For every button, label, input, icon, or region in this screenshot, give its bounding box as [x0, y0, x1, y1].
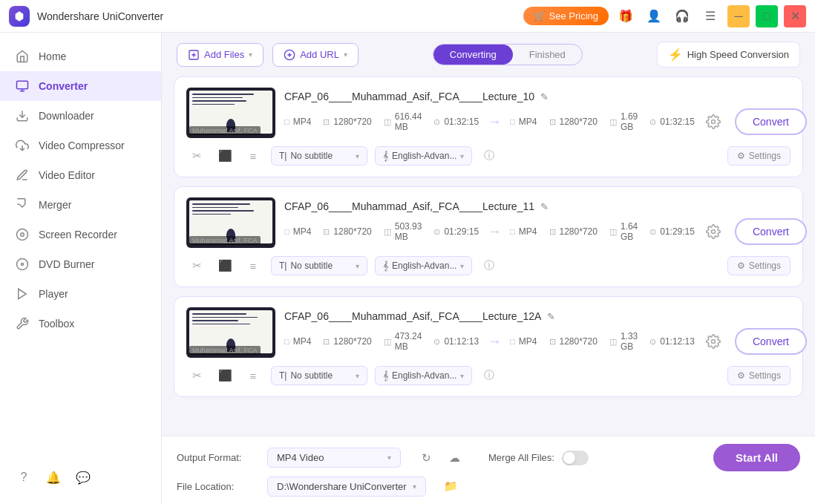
cut-icon-2[interactable]: ✂	[186, 255, 207, 276]
cart-icon: 🛒	[534, 10, 546, 22]
titlebar: Wondershare UniConverter 🛒 See Pricing 🎁…	[0, 0, 815, 33]
edit-name-icon-1[interactable]: ✎	[540, 91, 549, 102]
file-name-3: CFAP_06____Muhammad_Asif,_FCA____Lecture…	[284, 310, 807, 322]
src-meta-2: □MP4 ⊡1280*720 ◫503.93 MB ⊙01:29:15	[284, 221, 479, 242]
cut-icon-1[interactable]: ✂	[186, 145, 207, 166]
help-icon[interactable]: ?	[15, 468, 33, 486]
arrow-1: →	[479, 114, 510, 130]
svg-rect-0	[17, 81, 28, 89]
sidebar-item-toolbox[interactable]: Toolbox	[0, 309, 161, 338]
thumbnail-label-1: Muhammad Asif, FCA	[189, 126, 261, 135]
cut-icon-3[interactable]: ✂	[186, 365, 207, 386]
convert-button-3[interactable]: Convert	[735, 328, 807, 355]
convert-button-2[interactable]: Convert	[735, 218, 807, 245]
sidebar-item-converter[interactable]: Converter	[0, 71, 161, 101]
add-url-button[interactable]: Add URL ▾	[272, 43, 359, 67]
effects-icon-3[interactable]: ≡	[243, 365, 264, 386]
sidebar-item-downloader[interactable]: Downloader	[0, 101, 161, 131]
sidebar-item-dvd-burner[interactable]: DVD Burner	[0, 249, 161, 279]
audio-value-3: English-Advan...	[392, 370, 456, 381]
crop-icon-2[interactable]: ⬛	[215, 255, 235, 276]
add-files-chevron: ▾	[249, 50, 252, 59]
audio-dropdown-2[interactable]: 𝄞 English-Advan... ▾	[375, 256, 472, 275]
see-pricing-label: See Pricing	[549, 10, 598, 22]
close-button[interactable]: ✕	[784, 5, 806, 27]
format-settings-icon-2[interactable]	[701, 219, 726, 244]
maximize-button[interactable]: □	[756, 5, 778, 27]
sidebar-item-video-editor[interactable]: Video Editor	[0, 160, 161, 190]
refresh-icon[interactable]: ↻	[416, 448, 436, 468]
see-pricing-button[interactable]: 🛒 See Pricing	[523, 7, 609, 25]
audio-dropdown-3[interactable]: 𝄞 English-Advan... ▾	[375, 366, 472, 385]
sidebar-label-video-editor: Video Editor	[39, 169, 95, 181]
titlebar-right: 🛒 See Pricing 🎁 👤 🎧 ☰ ─ □ ✕	[523, 5, 806, 27]
sidebar-item-video-compressor[interactable]: Video Compressor	[0, 131, 161, 160]
dest-meta-1: □MP4 ⊡1280*720 ◫1.69 GB ⊙01:32:15	[510, 111, 695, 132]
format-settings-icon-1[interactable]	[701, 109, 726, 134]
output-format-select[interactable]: MP4 Video ▾	[267, 448, 401, 468]
sidebar-item-screen-recorder[interactable]: Screen Recorder	[0, 220, 161, 249]
audio-icon: 𝄞	[383, 151, 388, 161]
start-all-button[interactable]: Start All	[713, 444, 800, 471]
toolbox-icon	[15, 316, 30, 331]
downloader-icon	[15, 108, 30, 123]
settings-button-1[interactable]: ⚙ Settings	[727, 146, 791, 166]
menu-icon[interactable]: ☰	[699, 5, 721, 27]
tab-finished[interactable]: Finished	[513, 45, 582, 65]
thumbnail-label-3: Muhammad Asif, FCA	[189, 346, 261, 355]
notification-icon[interactable]: 🔔	[45, 468, 62, 486]
high-speed-button[interactable]: ⚡ High Speed Conversion	[657, 42, 800, 68]
dest-resolution-3: ⊡1280*720	[549, 336, 598, 347]
file-thumbnail-1: Muhammad Asif, FCA	[186, 88, 275, 138]
file-location-select[interactable]: D:\Wondershare UniConverter ▾	[267, 477, 426, 497]
info-icon-2[interactable]: ⓘ	[479, 256, 499, 275]
feedback-icon[interactable]: 💬	[74, 468, 92, 486]
merge-all-toggle[interactable]	[562, 451, 589, 465]
minimize-button[interactable]: ─	[727, 5, 750, 27]
sidebar-item-home[interactable]: Home	[0, 42, 161, 71]
audio-dropdown-1[interactable]: 𝄞 English-Advan... ▾	[375, 146, 472, 166]
open-folder-icon[interactable]: 📁	[441, 476, 462, 497]
subtitle-dropdown-1[interactable]: T| No subtitle ▾	[271, 146, 367, 166]
edit-name-icon-2[interactable]: ✎	[540, 201, 549, 212]
sidebar-item-merger[interactable]: Merger	[0, 190, 161, 220]
file-location-chevron: ▾	[413, 482, 416, 491]
editor-icon	[15, 168, 30, 183]
subtitle-dropdown-2[interactable]: T| No subtitle ▾	[271, 256, 367, 275]
dest-format-3: □MP4	[510, 336, 537, 347]
tab-converting[interactable]: Converting	[433, 45, 513, 65]
file-card-3-header: Muhammad Asif, FCA CFAP_06____Muhammad_A…	[186, 307, 791, 358]
info-icon-1[interactable]: ⓘ	[479, 146, 499, 166]
effects-icon-2[interactable]: ≡	[243, 255, 264, 276]
svg-marker-12	[19, 289, 27, 299]
output-format-label: Output Format:	[177, 452, 258, 463]
effects-icon-1[interactable]: ≡	[243, 145, 264, 166]
subtitle-chevron-2: ▾	[356, 262, 359, 270]
arrow-3: →	[479, 334, 510, 350]
crop-icon-3[interactable]: ⬛	[215, 365, 235, 386]
sidebar-item-player[interactable]: Player	[0, 279, 161, 309]
bottom-icons: ↻ ☁	[416, 448, 465, 468]
cloud-icon[interactable]: ☁	[444, 448, 465, 468]
subtitle-value-1: No subtitle	[290, 151, 333, 161]
subtitle-dropdown-3[interactable]: T| No subtitle ▾	[271, 366, 367, 385]
file-meta-3: □MP4 ⊡1280*720 ◫473.24 MB ⊙01:12:13	[284, 328, 807, 355]
user-icon[interactable]: 👤	[643, 5, 665, 27]
src-resolution-3: ⊡1280*720	[323, 336, 371, 347]
file-info-1: CFAP_06____Muhammad_Asif,_FCA____Lecture…	[284, 91, 807, 135]
settings-button-3[interactable]: ⚙ Settings	[727, 366, 791, 385]
edit-name-icon-3[interactable]: ✎	[547, 311, 555, 322]
src-format-2: □MP4	[284, 226, 311, 237]
gift-icon[interactable]: 🎁	[615, 5, 637, 27]
main-layout: Home Converter Downloader Video Compress…	[0, 33, 815, 504]
headphone-icon[interactable]: 🎧	[671, 5, 693, 27]
file-list: Muhammad Asif, FCA CFAP_06____Muhammad_A…	[162, 76, 815, 436]
info-icon-3[interactable]: ⓘ	[479, 366, 499, 385]
convert-button-1[interactable]: Convert	[735, 108, 807, 135]
settings-button-2[interactable]: ⚙ Settings	[727, 256, 791, 275]
format-settings-icon-3[interactable]	[701, 329, 726, 354]
crop-icon-1[interactable]: ⬛	[215, 145, 235, 166]
add-files-button[interactable]: Add Files ▾	[177, 43, 264, 67]
app-icon	[9, 6, 30, 27]
dest-resolution-1: ⊡1280*720	[549, 117, 598, 127]
